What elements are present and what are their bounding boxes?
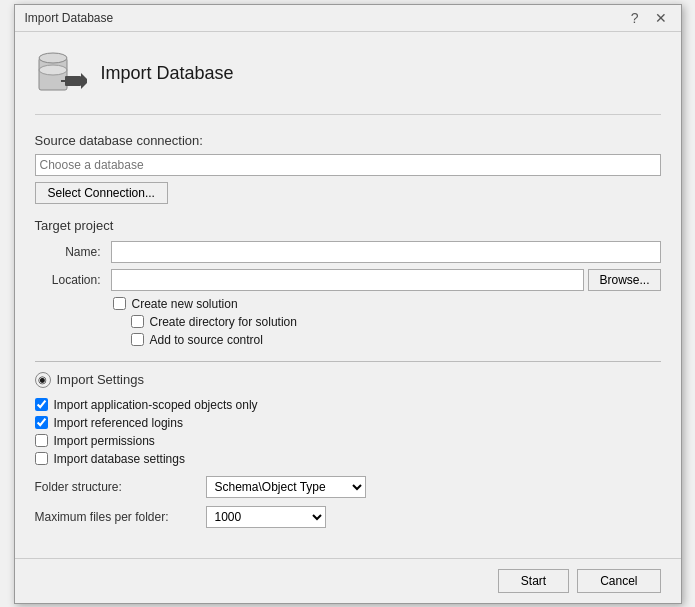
close-button[interactable]: ✕ xyxy=(651,11,671,25)
select-connection-button[interactable]: Select Connection... xyxy=(35,182,168,204)
max-files-row: Maximum files per folder: 1000 500 200 1… xyxy=(35,506,661,528)
folder-structure-select[interactable]: Schema\Object Type Object Type Schema xyxy=(206,476,366,498)
help-button[interactable]: ? xyxy=(627,11,643,25)
title-bar-controls: ? ✕ xyxy=(627,11,671,25)
target-project-section: Target project Name: Location: Browse...… xyxy=(35,218,661,347)
name-input[interactable] xyxy=(111,241,661,263)
folder-structure-row: Folder structure: Schema\Object Type Obj… xyxy=(35,476,661,498)
database-settings-row: Import database settings xyxy=(35,452,661,466)
svg-point-2 xyxy=(39,65,67,75)
location-row: Location: Browse... xyxy=(35,269,661,291)
create-new-solution-label: Create new solution xyxy=(132,297,238,311)
app-scoped-checkbox[interactable] xyxy=(35,398,48,411)
location-label: Location: xyxy=(35,273,107,287)
source-connection-section: Source database connection: Select Conne… xyxy=(35,133,661,204)
svg-rect-3 xyxy=(65,76,81,86)
create-new-solution-row: Create new solution xyxy=(113,297,661,311)
add-to-source-control-row: Add to source control xyxy=(131,333,661,347)
create-directory-checkbox[interactable] xyxy=(131,315,144,328)
dialog-footer: Start Cancel xyxy=(15,558,681,603)
database-settings-label: Import database settings xyxy=(54,452,185,466)
app-scoped-row: Import application-scoped objects only xyxy=(35,398,661,412)
header-section: Import Database xyxy=(35,48,661,115)
folder-structure-dropdown-container: Schema\Object Type Object Type Schema xyxy=(206,476,366,498)
dialog-title: Import Database xyxy=(25,11,114,25)
start-button[interactable]: Start xyxy=(498,569,569,593)
referenced-logins-label: Import referenced logins xyxy=(54,416,183,430)
max-files-label: Maximum files per folder: xyxy=(35,510,200,524)
create-directory-label: Create directory for solution xyxy=(150,315,297,329)
permissions-checkbox[interactable] xyxy=(35,434,48,447)
referenced-logins-checkbox[interactable] xyxy=(35,416,48,429)
database-input[interactable] xyxy=(35,154,661,176)
source-connection-label: Source database connection: xyxy=(35,133,661,148)
browse-button[interactable]: Browse... xyxy=(588,269,660,291)
svg-marker-4 xyxy=(81,73,87,89)
svg-point-1 xyxy=(39,53,67,63)
header-title: Import Database xyxy=(101,63,234,84)
create-directory-row: Create directory for solution xyxy=(131,315,661,329)
max-files-select[interactable]: 1000 500 200 100 xyxy=(206,506,326,528)
location-input[interactable] xyxy=(111,269,585,291)
database-settings-checkbox[interactable] xyxy=(35,452,48,465)
app-scoped-label: Import application-scoped objects only xyxy=(54,398,258,412)
add-to-source-control-label: Add to source control xyxy=(150,333,263,347)
import-database-dialog: Import Database ? ✕ Import Data xyxy=(14,4,682,604)
dialog-body: Import Database Source database connecti… xyxy=(15,32,681,558)
target-project-title: Target project xyxy=(35,218,661,233)
name-label: Name: xyxy=(35,245,107,259)
collapse-icon: ◉ xyxy=(35,372,51,388)
create-new-solution-checkbox[interactable] xyxy=(113,297,126,310)
referenced-logins-row: Import referenced logins xyxy=(35,416,661,430)
permissions-row: Import permissions xyxy=(35,434,661,448)
permissions-label: Import permissions xyxy=(54,434,155,448)
add-to-source-control-checkbox[interactable] xyxy=(131,333,144,346)
import-settings-label: Import Settings xyxy=(57,372,144,387)
database-import-icon xyxy=(35,48,87,100)
cancel-button[interactable]: Cancel xyxy=(577,569,660,593)
import-settings-header[interactable]: ◉ Import Settings xyxy=(35,372,661,388)
title-bar: Import Database ? ✕ xyxy=(15,5,681,32)
name-row: Name: xyxy=(35,241,661,263)
section-divider xyxy=(35,361,661,362)
folder-structure-label: Folder structure: xyxy=(35,480,200,494)
import-settings-section: ◉ Import Settings Import application-sco… xyxy=(35,372,661,528)
